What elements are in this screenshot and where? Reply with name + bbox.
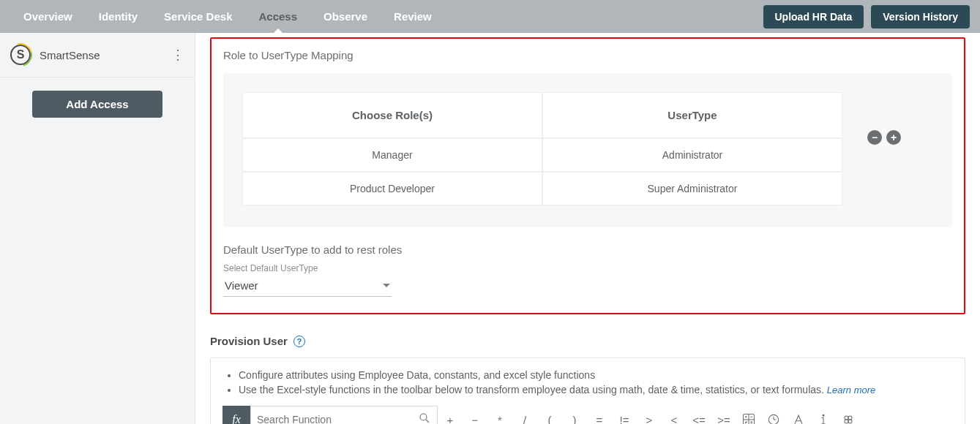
op-rparen[interactable]: ) <box>562 406 587 424</box>
mapping-header-role: Choose Role(s) <box>242 92 542 138</box>
add-row-button[interactable]: + <box>886 130 901 145</box>
default-usertype-field-label: Select Default UserType <box>223 263 952 273</box>
op-gte[interactable]: >= <box>711 406 736 424</box>
default-usertype-title: Default UserType to add to rest roles <box>223 243 952 256</box>
info-fn-icon[interactable] <box>811 406 836 424</box>
svg-point-20 <box>848 416 852 420</box>
op-multiply[interactable]: * <box>487 406 512 424</box>
op-lparen[interactable]: ( <box>537 406 562 424</box>
fx-icon: fx <box>222 406 250 424</box>
op-lte[interactable]: <= <box>687 406 711 424</box>
op-neq[interactable]: != <box>612 406 637 424</box>
logic-fn-icon[interactable] <box>836 406 861 424</box>
mapping-header-usertype: UserType <box>542 92 842 138</box>
default-usertype-value: Viewer <box>225 279 258 292</box>
svg-line-1 <box>426 420 429 423</box>
provision-user-section: Provision User ? Configure attributes us… <box>210 335 965 424</box>
remove-row-button[interactable]: − <box>867 130 882 145</box>
mapping-usertype-cell[interactable]: Super Administrator <box>542 172 842 205</box>
svg-point-0 <box>420 414 427 420</box>
app-logo-icon: S <box>10 45 31 65</box>
function-toolbar: fx + − * / ( ) = <box>222 406 953 424</box>
mapping-row: Product Developer Super Administrator <box>242 172 842 205</box>
mapping-role-cell[interactable]: Manager <box>242 138 542 172</box>
provision-bullet: Configure attributes using Employee Data… <box>239 368 953 383</box>
top-tabs: Overview Identity Service Desk Access Ob… <box>10 0 445 33</box>
math-fn-icon[interactable] <box>736 406 761 424</box>
op-divide[interactable]: / <box>512 406 537 424</box>
search-icon[interactable] <box>418 412 431 424</box>
chevron-down-icon <box>383 284 390 287</box>
default-usertype-select[interactable]: Viewer <box>223 276 392 297</box>
op-plus[interactable]: + <box>438 406 463 424</box>
svg-point-22 <box>848 420 852 423</box>
learn-more-link[interactable]: Learn more <box>827 385 875 395</box>
mapping-usertype-cell[interactable]: Administrator <box>542 138 842 172</box>
app-name: SmartSense <box>40 49 100 61</box>
tab-overview[interactable]: Overview <box>10 0 86 33</box>
search-function-input[interactable] <box>257 414 418 424</box>
tab-access[interactable]: Access <box>245 0 310 33</box>
op-eq[interactable]: = <box>587 406 612 424</box>
mapping-title: Role to UserType Mapping <box>223 49 952 61</box>
role-usertype-mapping-section: Role to UserType Mapping Choose Role(s) … <box>210 37 965 314</box>
tab-service-desk[interactable]: Service Desk <box>151 0 245 33</box>
op-minus[interactable]: − <box>463 406 487 424</box>
mapping-role-cell[interactable]: Product Developer <box>242 172 542 205</box>
mapping-row: Manager Administrator <box>242 138 842 172</box>
op-lt[interactable]: < <box>662 406 687 424</box>
svg-point-19 <box>845 416 848 420</box>
mapping-table: Choose Role(s) UserType Manager Administ… <box>242 92 842 205</box>
app-kebab-menu-icon[interactable]: ⋮ <box>171 47 184 63</box>
svg-point-21 <box>845 420 848 423</box>
tab-observe[interactable]: Observe <box>310 0 381 33</box>
text-fn-icon[interactable] <box>786 406 811 424</box>
tab-review[interactable]: Review <box>381 0 445 33</box>
tab-identity[interactable]: Identity <box>86 0 151 33</box>
svg-point-15 <box>823 414 824 416</box>
help-icon[interactable]: ? <box>293 336 305 347</box>
version-history-button[interactable]: Version History <box>871 5 970 29</box>
upload-hr-data-button[interactable]: Upload HR Data <box>763 5 864 29</box>
datetime-fn-icon[interactable] <box>761 406 786 424</box>
op-gt[interactable]: > <box>637 406 662 424</box>
sidebar: S SmartSense ⋮ Add Access <box>0 33 195 424</box>
provision-bullet: Use the Excel-style functions in the too… <box>239 383 953 398</box>
provision-title: Provision User <box>210 335 288 347</box>
add-access-button[interactable]: Add Access <box>32 91 162 118</box>
